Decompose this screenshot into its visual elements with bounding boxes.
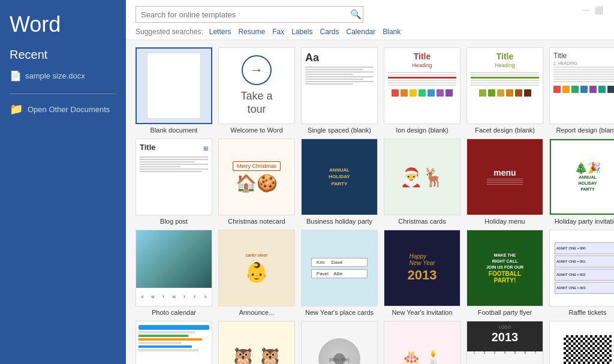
blog-icon: ⊞ bbox=[203, 145, 208, 152]
tour-label: Welcome to Word bbox=[230, 127, 282, 134]
template-schedule[interactable] bbox=[136, 321, 212, 364]
suggestion-fax[interactable]: Fax bbox=[272, 28, 284, 36]
blog-lines bbox=[140, 157, 208, 172]
template-photo-cal[interactable]: SMT WTF S Photo calendar bbox=[136, 230, 212, 316]
bday-visual: 🎂🕯️ bbox=[384, 321, 460, 364]
template-blank[interactable]: Blank document bbox=[136, 47, 212, 134]
templates-area: Blank document → Take atour Welcome to W… bbox=[126, 40, 614, 364]
open-other-label: Open Other Documents bbox=[28, 105, 110, 114]
ss-line bbox=[305, 71, 374, 73]
template-ny-place[interactable]: Kim Dave Pavel Allie New Year's place ca… bbox=[301, 230, 378, 316]
recent-file-name: sample size.docx bbox=[25, 71, 85, 80]
suggestion-resume[interactable]: Resume bbox=[238, 28, 265, 36]
suggestion-blank[interactable]: Blank bbox=[383, 28, 401, 36]
template-ion[interactable]: Title Heading bbox=[384, 47, 460, 134]
raffle-visual: ADMIT ONE ▪ 000 ADMIT ONE ▪ 001 ADMIT ON… bbox=[550, 230, 614, 306]
tour-arrow-icon: → bbox=[250, 62, 263, 78]
search-input[interactable] bbox=[136, 6, 363, 23]
facet-heading: Heading bbox=[471, 62, 539, 68]
schedule-visual bbox=[136, 321, 212, 364]
photo-cal-image bbox=[136, 230, 212, 288]
holiday-menu-lines bbox=[487, 178, 523, 186]
template-owls[interactable]: 🦉🦉 bbox=[218, 321, 295, 364]
folder-icon: 📁 bbox=[10, 103, 23, 116]
photo-cal-thumb: SMT WTF S bbox=[136, 230, 212, 306]
ny-inv-visual: HappyNew Year 2013 bbox=[384, 230, 460, 306]
ny-inv-thumb: HappyNew Year 2013 bbox=[384, 230, 460, 306]
template-raffle[interactable]: ADMIT ONE ▪ 000 ADMIT ONE ▪ 001 ADMIT ON… bbox=[549, 230, 614, 316]
ss-line bbox=[305, 67, 374, 68]
football-thumb: MAKE THERIGHT CALLJOIN US FOR OUR FOOTBA… bbox=[466, 230, 543, 306]
template-facet[interactable]: Title Heading bbox=[466, 47, 543, 134]
suggestion-calendar[interactable]: Calendar bbox=[347, 28, 376, 36]
suggestion-cards[interactable]: Cards bbox=[320, 28, 339, 36]
cal2013-visual: LOGO 2013 SMT WTF S 123 456 7 bbox=[467, 321, 543, 364]
bday-thumb: 🎂🕯️ bbox=[384, 321, 460, 364]
template-xmas-notecard[interactable]: Merry Christmas 🏠🍪 Christmas notecard bbox=[218, 139, 295, 225]
xmas-visual: Merry Christmas 🏠🍪 bbox=[219, 139, 294, 215]
disc-thumb: [disc title] bbox=[301, 321, 378, 364]
template-single-spaced[interactable]: Aa Single spaced (blank) bbox=[301, 47, 378, 134]
photo-cal-label: Photo calendar bbox=[152, 309, 196, 316]
ion-label: Ion design (blank) bbox=[396, 127, 448, 134]
template-ny-inv[interactable]: HappyNew Year 2013 New Year's invitation bbox=[384, 230, 460, 316]
holiday-inv-decor: 🎄🎉 bbox=[574, 161, 601, 175]
template-football[interactable]: MAKE THERIGHT CALLJOIN US FOR OUR FOOTBA… bbox=[466, 230, 543, 316]
football-label: Football party flyer bbox=[478, 309, 532, 316]
biz-holiday-visual: ANNUALHOLIDAYPARTY bbox=[302, 139, 377, 215]
announce-thumb: carter oliver 👶 bbox=[218, 230, 295, 306]
app-title: Word bbox=[10, 12, 116, 37]
single-spaced-label: Single spaced (blank) bbox=[308, 127, 371, 134]
open-other-documents[interactable]: 📁 Open Other Documents bbox=[10, 103, 116, 116]
tour-text: Take atour bbox=[240, 90, 272, 116]
blank-label: Blank document bbox=[151, 127, 198, 134]
facet-title: Title bbox=[471, 52, 539, 61]
xmas-notecard-label: Christmas notecard bbox=[228, 218, 285, 225]
suggestion-letters[interactable]: Letters bbox=[209, 28, 231, 36]
raffle-label: Raffle tickets bbox=[569, 309, 607, 316]
biz-holiday-thumb: ANNUALHOLIDAYPARTY bbox=[301, 139, 378, 215]
recent-file-0[interactable]: 📄 sample size.docx bbox=[10, 70, 116, 82]
facet-thumb: Title Heading bbox=[466, 47, 543, 124]
raffle-ticket-0: ADMIT ONE ▪ 000 bbox=[555, 242, 614, 254]
template-xmas-cards[interactable]: 🎅🦌 Christmas cards bbox=[384, 139, 460, 225]
schedule-thumb bbox=[136, 321, 212, 364]
holiday-menu-thumb: menu bbox=[466, 139, 543, 215]
template-tour[interactable]: → Take atour Welcome to Word bbox=[218, 47, 295, 134]
template-bday[interactable]: 🎂🕯️ bbox=[384, 321, 460, 364]
template-disc[interactable]: [disc title] bbox=[301, 321, 378, 364]
single-spaced-visual: Aa bbox=[302, 48, 377, 124]
ny-inv-label: New Year's invitation bbox=[392, 309, 452, 316]
topbar: 🔍 ⋯ ⬜ Suggested searches: Letters Resume… bbox=[126, 0, 614, 40]
cal2013-thumb: LOGO 2013 SMT WTF S 123 456 7 bbox=[466, 321, 543, 364]
main-area: 🔍 ⋯ ⬜ Suggested searches: Letters Resume… bbox=[126, 0, 614, 364]
football-big: FOOTBALLPARTY! bbox=[489, 270, 521, 284]
holiday-inv-visual: 🎄🎉 ANNUALHOLIDAYPARTY bbox=[550, 139, 614, 215]
xmas-house-icon: 🏠🍪 bbox=[236, 173, 278, 193]
holiday-menu-label: Holiday menu bbox=[484, 218, 525, 225]
holiday-inv-thumb: 🎄🎉 ANNUALHOLIDAYPARTY bbox=[549, 139, 614, 215]
facet-visual: Title Heading bbox=[467, 48, 543, 124]
search-button[interactable]: 🔍 bbox=[345, 9, 366, 20]
template-qr[interactable] bbox=[549, 321, 614, 364]
template-blog[interactable]: Title ⊞ Blog p bbox=[136, 139, 212, 225]
search-row: 🔍 ⋯ ⬜ bbox=[136, 6, 604, 23]
template-report[interactable]: Title 1. HEADING bbox=[549, 47, 614, 134]
template-biz-holiday[interactable]: ANNUALHOLIDAYPARTY Business holiday part… bbox=[301, 139, 378, 225]
template-cal2013[interactable]: LOGO 2013 SMT WTF S 123 456 7 bbox=[466, 321, 543, 364]
ion-thumb: Title Heading bbox=[384, 47, 460, 124]
announce-label: Announce... bbox=[239, 309, 275, 316]
disc-circle: [disc title] bbox=[318, 338, 360, 364]
ion-lines bbox=[388, 72, 456, 86]
blank-thumb bbox=[136, 47, 212, 124]
template-announce[interactable]: carter oliver 👶 Announce... bbox=[218, 230, 295, 316]
template-holiday-inv[interactable]: 🎄🎉 ANNUALHOLIDAYPARTY Holiday party invi… bbox=[549, 139, 614, 225]
announce-text: carter oliver bbox=[246, 253, 268, 257]
xmas-cards-thumb: 🎅🦌 bbox=[384, 139, 460, 215]
ss-line bbox=[305, 79, 363, 80]
ny-place-thumb: Kim Dave Pavel Allie bbox=[301, 230, 378, 306]
ion-visual: Title Heading bbox=[384, 48, 460, 124]
suggestion-labels[interactable]: Labels bbox=[291, 28, 312, 36]
template-holiday-menu[interactable]: menu Holiday menu bbox=[466, 139, 543, 225]
ion-colors bbox=[388, 89, 456, 97]
